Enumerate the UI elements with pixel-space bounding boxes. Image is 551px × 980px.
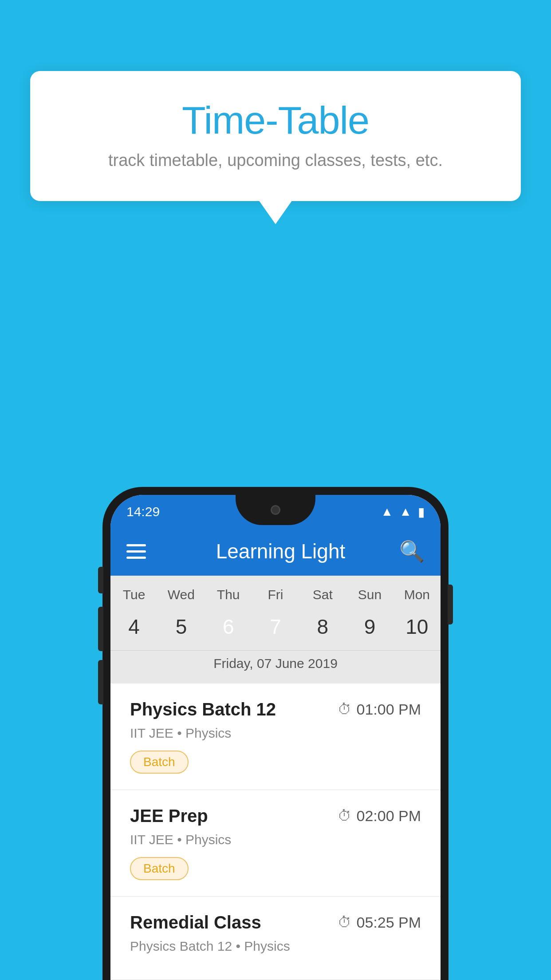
schedule-time: ⏱ 05:25 PM bbox=[338, 914, 421, 931]
mute-button bbox=[98, 567, 103, 593]
notch bbox=[236, 495, 315, 525]
volume-down-button bbox=[98, 660, 103, 704]
day-header: Thu bbox=[205, 584, 252, 606]
day-number-5[interactable]: 5 bbox=[157, 609, 205, 644]
status-time: 14:29 bbox=[126, 504, 160, 519]
clock-icon: ⏱ bbox=[338, 914, 352, 931]
day-header: Wed bbox=[157, 584, 205, 606]
schedule-item-header: JEE Prep ⏱ 02:00 PM bbox=[130, 806, 421, 826]
day-number-6[interactable]: 6 bbox=[205, 609, 252, 644]
search-icon[interactable]: 🔍 bbox=[399, 539, 425, 563]
phone-mockup: 14:29 ▲ ▲ ▮ Learning Light 🔍 bbox=[102, 487, 449, 980]
battery-icon: ▮ bbox=[418, 505, 425, 519]
day-headers: TueWedThuFriSatSunMon bbox=[110, 584, 441, 606]
day-number-10[interactable]: 10 bbox=[394, 609, 441, 644]
day-number-9[interactable]: 9 bbox=[346, 609, 393, 644]
power-button bbox=[448, 585, 453, 624]
batch-tag: Batch bbox=[130, 751, 189, 774]
app-bar: Learning Light 🔍 bbox=[110, 527, 441, 576]
clock-icon: ⏱ bbox=[338, 808, 352, 824]
day-number-8[interactable]: 8 bbox=[299, 609, 346, 644]
wifi-icon: ▲ bbox=[381, 505, 394, 519]
speech-bubble-wrapper: Time-Table track timetable, upcoming cla… bbox=[30, 71, 521, 201]
clock-icon: ⏱ bbox=[338, 701, 352, 718]
bubble-subtitle: track timetable, upcoming classes, tests… bbox=[66, 151, 485, 170]
day-numbers: 45678910 bbox=[110, 609, 441, 644]
bubble-title: Time-Table bbox=[66, 98, 485, 143]
status-icons: ▲ ▲ ▮ bbox=[381, 505, 425, 519]
day-header: Fri bbox=[252, 584, 299, 606]
selected-date-label: Friday, 07 June 2019 bbox=[110, 650, 441, 680]
day-number-4[interactable]: 4 bbox=[110, 609, 157, 644]
day-number-7[interactable]: 7 bbox=[252, 609, 299, 644]
app-title: Learning Light bbox=[162, 539, 399, 563]
day-header: Sat bbox=[299, 584, 346, 606]
batch-tag: Batch bbox=[130, 857, 189, 880]
phone-outer: 14:29 ▲ ▲ ▮ Learning Light 🔍 bbox=[102, 487, 449, 980]
day-header: Tue bbox=[110, 584, 157, 606]
speech-bubble: Time-Table track timetable, upcoming cla… bbox=[30, 71, 521, 201]
schedule-item-2[interactable]: Remedial Class ⏱ 05:25 PM Physics Batch … bbox=[110, 897, 441, 980]
schedule-subtitle: IIT JEE • Physics bbox=[130, 726, 421, 741]
schedule-item-header: Physics Batch 12 ⏱ 01:00 PM bbox=[130, 699, 421, 719]
calendar-strip: TueWedThuFriSatSunMon 45678910 Friday, 0… bbox=[110, 576, 441, 684]
schedule-item-1[interactable]: JEE Prep ⏱ 02:00 PM IIT JEE • Physics Ba… bbox=[110, 790, 441, 897]
front-camera bbox=[271, 505, 280, 515]
day-header: Sun bbox=[346, 584, 393, 606]
menu-button[interactable] bbox=[126, 544, 146, 559]
schedule-item-header: Remedial Class ⏱ 05:25 PM bbox=[130, 913, 421, 933]
volume-up-button bbox=[98, 607, 103, 651]
day-header: Mon bbox=[394, 584, 441, 606]
schedule-list: Physics Batch 12 ⏱ 01:00 PM IIT JEE • Ph… bbox=[110, 684, 441, 980]
schedule-title: Physics Batch 12 bbox=[130, 699, 276, 719]
schedule-time: ⏱ 02:00 PM bbox=[338, 807, 421, 825]
schedule-item-0[interactable]: Physics Batch 12 ⏱ 01:00 PM IIT JEE • Ph… bbox=[110, 684, 441, 790]
schedule-title: Remedial Class bbox=[130, 913, 261, 933]
schedule-time: ⏱ 01:00 PM bbox=[338, 701, 421, 718]
schedule-subtitle: IIT JEE • Physics bbox=[130, 832, 421, 847]
phone-screen: 14:29 ▲ ▲ ▮ Learning Light 🔍 bbox=[110, 495, 441, 980]
signal-icon: ▲ bbox=[399, 505, 412, 519]
schedule-title: JEE Prep bbox=[130, 806, 208, 826]
schedule-subtitle: Physics Batch 12 • Physics bbox=[130, 939, 421, 954]
